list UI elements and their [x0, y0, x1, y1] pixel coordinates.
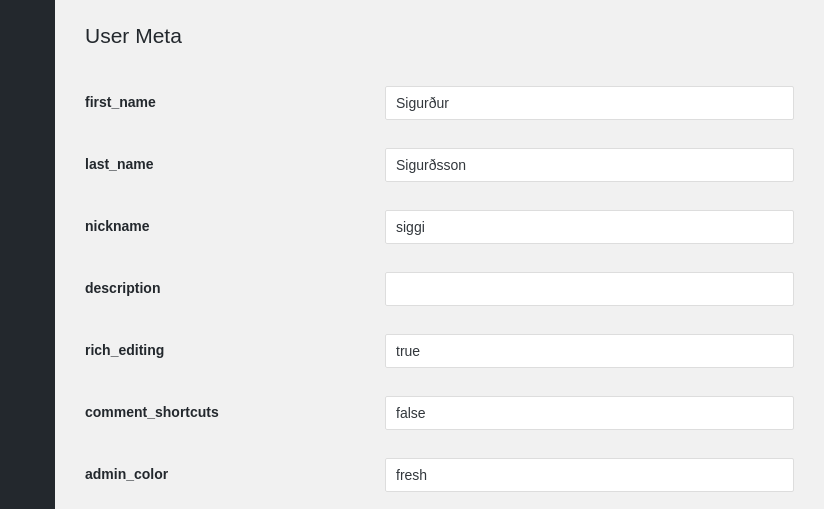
- form-label-rich_editing: rich_editing: [85, 334, 385, 358]
- form-row: last_name: [85, 134, 794, 196]
- form-row: description: [85, 258, 794, 320]
- input-nickname[interactable]: [385, 210, 794, 244]
- input-admin_color[interactable]: [385, 458, 794, 492]
- sidebar: [0, 0, 55, 509]
- form-field-description: [385, 272, 794, 306]
- form-row: comment_shortcuts: [85, 382, 794, 444]
- form-field-last_name: [385, 148, 794, 182]
- form-field-admin_color: [385, 458, 794, 492]
- form-row: admin_color: [85, 444, 794, 506]
- form-row: nickname: [85, 196, 794, 258]
- page-title: User Meta: [85, 24, 794, 48]
- form-field-comment_shortcuts: [385, 396, 794, 430]
- form-label-last_name: last_name: [85, 148, 385, 172]
- user-meta-form: first_namelast_namenicknamedescriptionri…: [85, 72, 794, 506]
- form-field-rich_editing: [385, 334, 794, 368]
- form-row: rich_editing: [85, 320, 794, 382]
- form-label-nickname: nickname: [85, 210, 385, 234]
- input-last_name[interactable]: [385, 148, 794, 182]
- form-label-comment_shortcuts: comment_shortcuts: [85, 396, 385, 420]
- form-field-first_name: [385, 86, 794, 120]
- input-comment_shortcuts[interactable]: [385, 396, 794, 430]
- input-first_name[interactable]: [385, 86, 794, 120]
- form-label-first_name: first_name: [85, 86, 385, 110]
- form-row: first_name: [85, 72, 794, 134]
- input-rich_editing[interactable]: [385, 334, 794, 368]
- form-label-admin_color: admin_color: [85, 458, 385, 482]
- main-content: User Meta first_namelast_namenicknamedes…: [55, 0, 824, 509]
- input-description[interactable]: [385, 272, 794, 306]
- form-label-description: description: [85, 272, 385, 296]
- form-field-nickname: [385, 210, 794, 244]
